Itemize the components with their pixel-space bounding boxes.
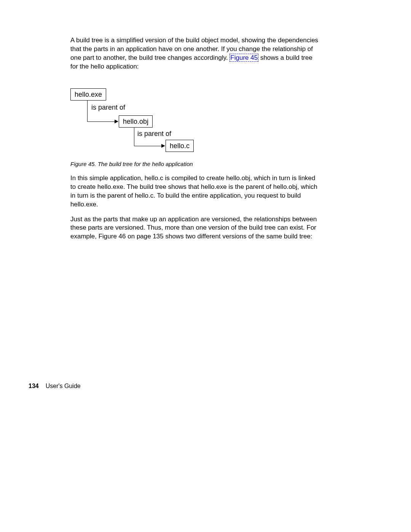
arrow-icon (115, 120, 118, 123)
paragraph-2: In this simple application, hello.c is c… (70, 174, 322, 209)
page-footer: 134User's Guide (29, 383, 81, 390)
figure-caption: Figure 45. The build tree for the hello … (70, 161, 322, 167)
connector-line (134, 146, 161, 146)
paragraph-3: Just as the parts that make up an applic… (70, 215, 322, 241)
connector-line (87, 101, 88, 121)
box-hello-c: hello.c (166, 140, 194, 152)
build-tree-diagram: hello.exe is parent of hello.obj is pare… (70, 88, 322, 155)
intro-paragraph: A build tree is a simplified version of … (70, 36, 322, 71)
arrow-icon (161, 144, 165, 148)
box-hello-exe: hello.exe (70, 88, 106, 101)
connector-line (87, 121, 115, 122)
page-number: 134 (29, 383, 39, 389)
figure-45-link[interactable]: Figure 45 (229, 54, 258, 62)
connector-line (134, 128, 134, 146)
label-is-parent-of-2: is parent of (137, 130, 171, 138)
footer-title: User's Guide (46, 383, 81, 389)
label-is-parent-of-1: is parent of (91, 104, 125, 112)
box-hello-obj: hello.obj (119, 115, 153, 128)
page-content: A build tree is a simplified version of … (70, 36, 322, 247)
